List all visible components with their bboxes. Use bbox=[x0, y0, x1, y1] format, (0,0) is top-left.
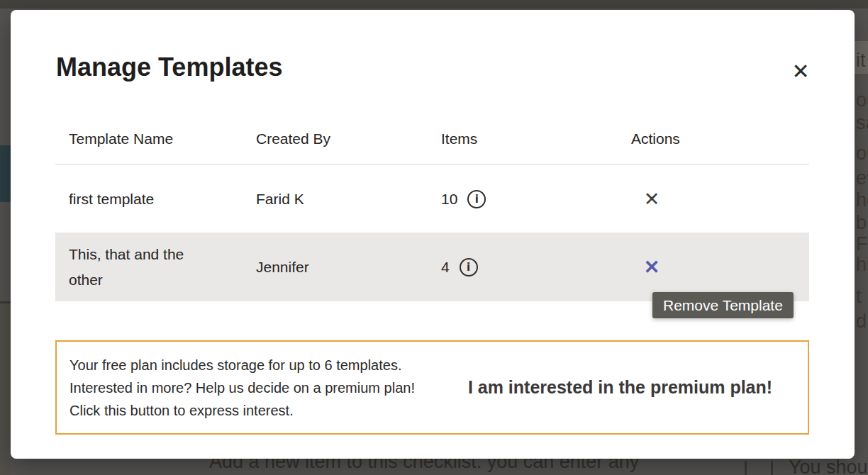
remove-template-tooltip: Remove Template bbox=[652, 292, 794, 318]
background-text-fragment: b bbox=[856, 212, 867, 234]
background-text-fragment: his bbox=[856, 254, 868, 276]
background-left-sliver bbox=[0, 303, 11, 475]
column-header-items: Items bbox=[428, 130, 618, 147]
premium-plan-panel: Your free plan includes storage for up t… bbox=[55, 340, 809, 435]
items-count: 4 bbox=[441, 259, 450, 276]
info-icon[interactable]: i bbox=[460, 258, 478, 276]
background-text-fragment: sa bbox=[856, 112, 868, 134]
column-header-template-name: Template Name bbox=[55, 130, 243, 147]
template-created-by: Jennifer bbox=[243, 259, 428, 276]
table-header-row: Template Name Created By Items Actions bbox=[55, 113, 809, 164]
table-row: This, that and the other Jennifer 4 i ✕ bbox=[55, 233, 809, 301]
manage-templates-dialog: Manage Templates ✕ Template Name Created… bbox=[11, 10, 855, 459]
remove-template-icon[interactable]: ✕ bbox=[641, 189, 662, 210]
premium-interest-button[interactable]: I am interested in the premium plan! bbox=[433, 377, 808, 398]
column-header-actions: Actions bbox=[618, 130, 809, 147]
template-name: This, that and the other bbox=[55, 242, 211, 293]
table-row: first template Farid K 10 i ✕ bbox=[55, 165, 809, 233]
background-text-fragment: F bbox=[856, 233, 868, 255]
close-icon[interactable]: ✕ bbox=[785, 55, 816, 86]
remove-template-icon[interactable]: ✕ bbox=[641, 257, 662, 278]
template-items: 4 i bbox=[428, 258, 618, 276]
templates-table: Template Name Created By Items Actions f… bbox=[55, 113, 809, 301]
background-text-fragment: d bbox=[856, 311, 867, 332]
background-text-fragment: You shou bbox=[789, 457, 868, 475]
background-text-fragment: ou bbox=[856, 89, 868, 111]
template-items: 10 i bbox=[428, 190, 618, 208]
background-top-strip bbox=[0, 0, 868, 9]
screen: it ou sa ou ev ho b F his t d Add a new … bbox=[0, 0, 868, 475]
info-icon[interactable]: i bbox=[467, 190, 486, 208]
background-checkbox-sliver bbox=[771, 461, 773, 475]
background-checkbox-sliver bbox=[745, 461, 747, 475]
background-selected-channel-sliver bbox=[0, 145, 11, 202]
background-text-fragment: ou bbox=[856, 142, 868, 164]
premium-plan-info-text: Your free plan includes storage for up t… bbox=[69, 354, 433, 422]
column-header-created-by: Created By bbox=[243, 130, 428, 147]
items-count: 10 bbox=[441, 191, 457, 208]
background-text-fragment: ev bbox=[856, 167, 868, 189]
background-text-fragment: t bbox=[856, 286, 862, 308]
page-title: Manage Templates bbox=[56, 52, 282, 82]
template-name: first template bbox=[55, 186, 211, 212]
background-text-fragment: it bbox=[856, 50, 866, 72]
template-actions: ✕ bbox=[618, 189, 809, 210]
background-text-fragment: ho bbox=[856, 189, 868, 211]
template-actions: ✕ bbox=[618, 257, 809, 278]
template-created-by: Farid K bbox=[243, 191, 428, 208]
